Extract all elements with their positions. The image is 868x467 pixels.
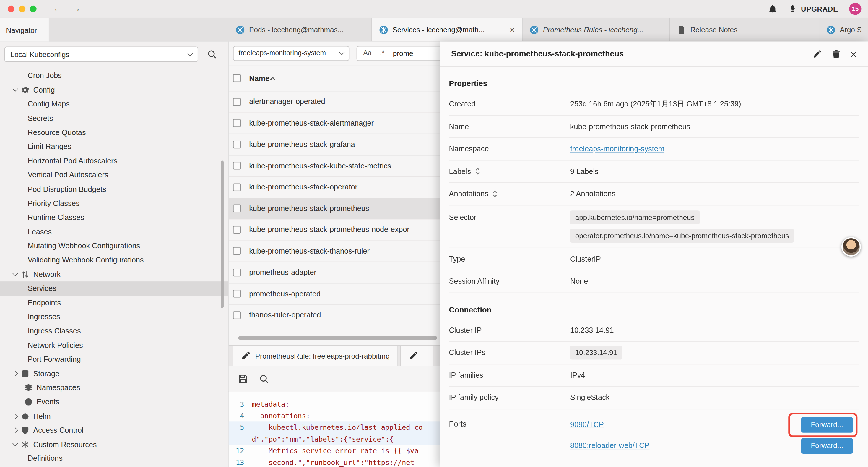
row-checkbox[interactable] [233, 226, 241, 233]
sidebar-item-ingress-classes[interactable]: Ingress Classes [0, 324, 228, 338]
dock-tab-partial[interactable] [400, 346, 433, 366]
sidebar-item-validating-webhook-configurations[interactable]: Validating Webhook Configurations [0, 253, 228, 267]
sidebar-item-horizontal-pod-autoscalers[interactable]: Horizontal Pod Autoscalers [0, 154, 228, 168]
tab-prometheus-rules[interactable]: Prometheus Rules - icecheng... [523, 18, 670, 41]
row-checkbox[interactable] [233, 98, 241, 106]
code-text: annotations: [252, 412, 310, 420]
row-checkbox[interactable] [233, 141, 241, 148]
sidebar-item-priority-classes[interactable]: Priority Classes [0, 196, 228, 210]
port-link[interactable]: 8080:reloader-web/TCP [570, 442, 650, 450]
sidebar-item-label: Validating Webhook Configurations [28, 256, 144, 264]
unfold-icon[interactable] [492, 190, 498, 198]
sidebar-scrollbar[interactable] [221, 161, 224, 308]
tab-release-notes[interactable]: Release Notes [670, 18, 819, 41]
sidebar-item-helm[interactable]: Helm [0, 409, 228, 423]
sidebar-item-namespaces[interactable]: Namespaces [0, 381, 228, 395]
sidebar-item-access-control[interactable]: Access Control [0, 423, 228, 437]
forward-button[interactable]: Forward... [801, 438, 853, 454]
property-value: SingleStack [570, 393, 859, 402]
search-icon[interactable] [207, 49, 217, 59]
tab-argo[interactable]: Argo Se [819, 18, 868, 41]
kubernetes-icon [236, 25, 245, 34]
sidebar-item-endpoints[interactable]: Endpoints [0, 296, 228, 310]
forward-arrow-icon[interactable]: → [71, 3, 81, 14]
select-all-checkbox[interactable] [233, 74, 241, 82]
zoom-window-button[interactable] [30, 6, 36, 12]
upgrade-button[interactable]: UPGRADE [788, 4, 838, 13]
sidebar-item-network-policies[interactable]: Network Policies [0, 338, 228, 352]
chevron-down-icon [187, 51, 193, 56]
sidebar-item-label: Resource Quotas [28, 128, 86, 137]
sidebar-item-services[interactable]: Services [0, 282, 228, 296]
avatar[interactable] [841, 237, 861, 257]
sidebar-item-label: Endpoints [28, 298, 61, 307]
close-icon[interactable]: × [850, 48, 857, 59]
sidebar-item-label: Horizontal Pod Autoscalers [28, 157, 118, 165]
trash-icon[interactable] [831, 49, 841, 59]
sidebar-item-runtime-classes[interactable]: Runtime Classes [0, 210, 228, 225]
window-controls [0, 6, 44, 12]
service-name: kube-prometheus-stack-prometheus-node-ex… [249, 226, 409, 234]
back-arrow-icon[interactable]: ← [53, 3, 63, 14]
tab-services[interactable]: Services - icecheng@math... × [372, 18, 523, 41]
row-checkbox[interactable] [233, 290, 241, 298]
sidebar-item-resource-quotas[interactable]: Resource Quotas [0, 125, 228, 140]
sidebar-item-events[interactable]: Events [0, 395, 228, 409]
unfold-icon[interactable] [475, 168, 480, 175]
namespace-select[interactable]: freeleaps-monitoring-system [233, 46, 349, 61]
upgrade-label: UPGRADE [801, 5, 838, 13]
tab-pods[interactable]: Pods - icecheng@mathmas... [229, 18, 372, 41]
kubeconfig-select[interactable]: Local Kubeconfigs [4, 47, 198, 62]
row-checkbox[interactable] [233, 119, 241, 127]
row-checkbox[interactable] [233, 183, 241, 191]
horizontal-scrollbar[interactable] [238, 337, 438, 340]
row-checkbox[interactable] [233, 269, 241, 276]
sidebar-item-leases[interactable]: Leases [0, 225, 228, 239]
sidebar-item-pod-disruption-budgets[interactable]: Pod Disruption Budgets [0, 182, 228, 196]
save-icon[interactable] [238, 374, 248, 384]
row-checkbox[interactable] [233, 247, 241, 255]
navigator-title: Navigator [0, 18, 49, 42]
dock-tab-prometheusrule[interactable]: PrometheusRule: freeleaps-prod-rabbitmq [232, 346, 398, 366]
regex-toggle[interactable]: .* [380, 49, 385, 57]
sidebar-item-storage[interactable]: Storage [0, 367, 228, 381]
close-window-button[interactable] [8, 6, 14, 12]
name-column-header[interactable]: Name [249, 74, 275, 82]
match-case-toggle[interactable]: Aa [363, 49, 372, 57]
port-link[interactable]: 9090/TCP [570, 420, 604, 429]
sidebar-item-vertical-pod-autoscalers[interactable]: Vertical Pod Autoscalers [0, 168, 228, 182]
sidebar-item-label: Port Forwarding [28, 355, 81, 363]
minimize-window-button[interactable] [19, 6, 25, 12]
sidebar-item-label: Storage [33, 370, 59, 378]
sidebar-item-definitions[interactable]: Definitions [0, 451, 228, 466]
service-name: prometheus-operated [249, 290, 320, 298]
row-checkbox[interactable] [233, 311, 241, 319]
edit-pencil-icon[interactable] [812, 49, 822, 59]
sidebar-item-limit-ranges[interactable]: Limit Ranges [0, 140, 228, 154]
dock-tab-label: PrometheusRule: freeleaps-prod-rabbitmq [255, 351, 390, 360]
sidebar-item-ingresses[interactable]: Ingresses [0, 310, 228, 324]
sidebar-item-secrets[interactable]: Secrets [0, 111, 228, 125]
namespace-link[interactable]: freeleaps-monitoring-system [570, 145, 664, 153]
sidebar-item-mutating-webhook-configurations[interactable]: Mutating Webhook Configurations [0, 239, 228, 253]
sidebar-item-config[interactable]: Config [0, 83, 228, 97]
sidebar-item-cron-jobs[interactable]: Cron Jobs [0, 68, 228, 83]
service-details-drawer: Service: kube-prometheus-stack-prometheu… [440, 42, 868, 467]
upgrade-rocket-icon [788, 4, 797, 13]
notification-count-badge[interactable]: 15 [849, 3, 861, 15]
port-line: 8080:reloader-web/TCP Forward... [570, 435, 859, 456]
close-icon[interactable]: × [509, 25, 515, 35]
sidebar-item-port-forwarding[interactable]: Port Forwarding [0, 352, 228, 367]
row-checkbox[interactable] [233, 205, 241, 212]
sidebar-item-config-maps[interactable]: Config Maps [0, 97, 228, 111]
sidebar-item-network[interactable]: Network [0, 267, 228, 282]
events-clock-icon [24, 398, 32, 406]
property-value: IPv4 [570, 371, 859, 379]
bell-icon[interactable] [768, 4, 777, 13]
forward-button[interactable]: Forward... [801, 417, 853, 432]
search-icon[interactable] [259, 374, 269, 384]
kubernetes-icon [826, 25, 835, 34]
line-number: 13 [229, 458, 252, 466]
row-checkbox[interactable] [233, 162, 241, 170]
sidebar-item-custom-resources[interactable]: Custom Resources [0, 437, 228, 451]
